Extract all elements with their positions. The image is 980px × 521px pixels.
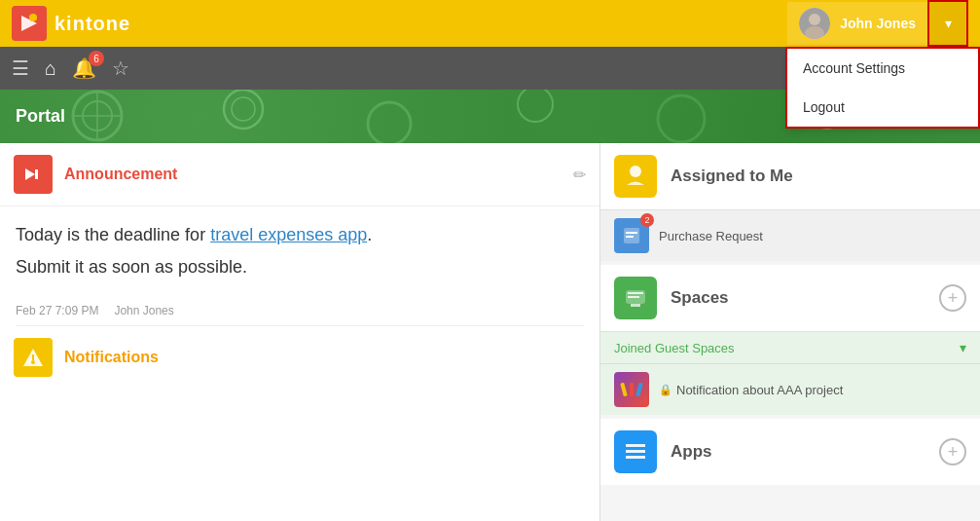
announcement-text-2: Submit it as soon as possible. xyxy=(16,257,247,277)
announcement-author: John Jones xyxy=(114,304,173,317)
aaa-project-text: 🔒 Notification about AAA project xyxy=(659,383,843,397)
favorites-icon[interactable]: ☆ xyxy=(112,56,129,80)
svg-rect-32 xyxy=(626,444,645,447)
home-icon[interactable]: ⌂ xyxy=(45,57,56,80)
joined-guest-spaces-label: Joined Guest Spaces xyxy=(614,341,960,355)
joined-guest-spaces-chevron-icon: ▾ xyxy=(960,340,966,355)
kintone-logo-icon xyxy=(12,6,47,41)
svg-point-19 xyxy=(31,360,35,364)
announcement-header: Announcement ✏ xyxy=(0,143,599,206)
apps-title: Apps xyxy=(671,442,939,462)
apps-header: Apps + xyxy=(600,419,980,485)
menu-icon[interactable]: ☰ xyxy=(12,56,29,80)
announcement-edit-icon[interactable]: ✏ xyxy=(573,166,586,184)
purchase-request-icon: 2 xyxy=(614,218,649,253)
user-info-button[interactable]: John Jones xyxy=(787,2,927,45)
spaces-add-button[interactable]: + xyxy=(939,284,966,312)
spaces-section: Spaces + Joined Guest Spaces ▾ xyxy=(600,265,980,415)
announcement-text-1: Today is the deadline for xyxy=(16,225,210,244)
notification-badge: 6 xyxy=(89,51,104,66)
notification-icon[interactable]: 🔔 6 xyxy=(72,56,96,80)
account-settings-item[interactable]: Account Settings xyxy=(787,49,978,88)
right-panel: Assigned to Me 2 Purchase Request xyxy=(600,143,980,521)
announcement-meta: Feb 27 7:09 PM John Jones xyxy=(0,296,599,325)
user-area: John Jones ▾ xyxy=(787,0,968,47)
user-name: John Jones xyxy=(840,16,916,31)
main-content: Announcement ✏ Today is the deadline for… xyxy=(0,143,980,521)
lock-icon: 🔒 xyxy=(659,384,672,396)
logo-text: kintone xyxy=(54,13,130,35)
svg-point-4 xyxy=(809,14,820,25)
apps-section: Apps + xyxy=(600,419,980,485)
avatar xyxy=(799,8,830,39)
left-panel: Announcement ✏ Today is the deadline for… xyxy=(0,143,600,521)
user-dropdown-button[interactable]: ▾ xyxy=(927,0,968,47)
svg-rect-24 xyxy=(626,236,634,238)
spaces-icon xyxy=(614,277,657,319)
announcement-text-period: . xyxy=(367,225,372,244)
announcement-section: Announcement ✏ Today is the deadline for… xyxy=(0,143,599,325)
logout-item[interactable]: Logout xyxy=(787,88,978,127)
announcement-title: Announcement xyxy=(64,166,573,183)
assigned-to-me-icon xyxy=(614,155,657,198)
announcement-icon xyxy=(14,155,53,194)
assigned-to-me-title: Assigned to Me xyxy=(671,167,966,186)
apps-add-button[interactable]: + xyxy=(939,438,966,465)
aaa-project-item[interactable]: 🔒 Notification about AAA project xyxy=(600,363,980,415)
announcement-link[interactable]: travel expenses app xyxy=(210,225,367,244)
logo-area: kintone xyxy=(12,6,787,41)
joined-guest-spaces-toggle[interactable]: Joined Guest Spaces ▾ xyxy=(600,331,980,363)
apps-icon xyxy=(614,430,657,473)
svg-rect-26 xyxy=(628,292,643,294)
aaa-project-icon xyxy=(614,372,649,407)
spaces-title: Spaces xyxy=(671,288,939,308)
aaa-project-label: Notification about AAA project xyxy=(676,383,843,397)
svg-point-21 xyxy=(630,166,641,177)
svg-rect-27 xyxy=(628,296,639,298)
purchase-request-label: Purchase Request xyxy=(659,229,763,243)
purchase-request-badge: 2 xyxy=(640,213,654,227)
svg-rect-20 xyxy=(32,354,34,360)
svg-rect-30 xyxy=(630,383,634,396)
svg-rect-33 xyxy=(626,450,645,453)
svg-rect-17 xyxy=(35,169,38,179)
purchase-request-item[interactable]: 2 Purchase Request xyxy=(600,209,980,261)
announcement-body: Today is the deadline for travel expense… xyxy=(0,206,599,296)
svg-point-2 xyxy=(29,14,37,21)
notifications-section[interactable]: Notifications xyxy=(0,326,599,389)
svg-rect-23 xyxy=(626,232,637,234)
chevron-down-icon: ▾ xyxy=(945,16,952,31)
svg-rect-34 xyxy=(626,456,645,459)
spaces-header: Spaces + xyxy=(600,265,980,331)
assigned-to-me-header: Assigned to Me xyxy=(600,143,980,209)
announcement-date: Feb 27 7:09 PM xyxy=(16,304,98,317)
notifications-icon xyxy=(14,338,53,377)
svg-marker-16 xyxy=(25,168,35,180)
notifications-title: Notifications xyxy=(64,349,159,366)
assigned-to-me-section: Assigned to Me 2 Purchase Request xyxy=(600,143,980,261)
user-dropdown-menu: Account Settings Logout xyxy=(785,47,980,129)
header: kintone John Jones ▾ Account Settings Lo… xyxy=(0,0,980,47)
